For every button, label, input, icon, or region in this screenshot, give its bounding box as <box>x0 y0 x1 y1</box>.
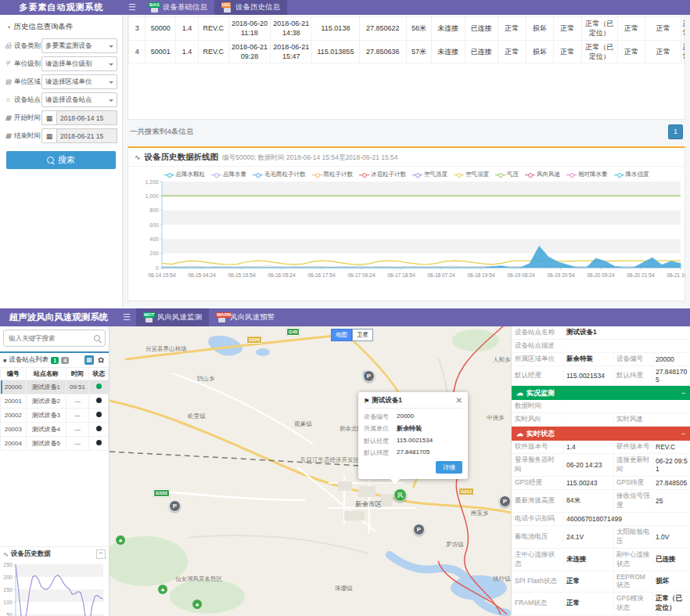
history-results-table-panel: 2500001.4REV.C2018-06-14 11:052018-06-14… <box>128 15 685 120</box>
tab-label: 设备历史信息 <box>235 2 280 13</box>
table-cell: 27.850636 <box>359 40 406 63</box>
station-row-20001[interactable]: 20001测试设备2--- <box>1 394 109 409</box>
legend-marker-icon <box>495 172 505 177</box>
sidebar-history-chart-panel: ∿ 设备历史数据 − 25020015010050 <box>0 546 109 616</box>
details-button[interactable]: 详情 <box>436 461 462 474</box>
table-cell: 损坏 <box>526 17 554 40</box>
legend-item[interactable]: 空气温度 <box>412 171 447 178</box>
station-cell: --- <box>66 437 89 451</box>
legend-item[interactable]: 降水强度 <box>614 171 649 178</box>
detail-row: 电话卡识别码460067018071499 <box>512 513 690 526</box>
select-设备类别[interactable]: 多要素监测设备 <box>41 38 117 53</box>
chart-legend: 总降水颗粒总降水量毛毛雨粒子计数雨粒子计数冰雹粒子计数空气温度空气湿度气压风向风… <box>128 167 685 178</box>
calendar-button[interactable]: ▦ <box>41 128 56 143</box>
station-search <box>3 330 106 347</box>
close-icon[interactable]: ✕ <box>456 398 462 404</box>
table-cell: 115.0138 <box>312 17 359 40</box>
station-cell: 20001 <box>1 394 27 409</box>
tab-mot[interactable]: MOT风向风速监测 <box>136 308 209 326</box>
table-cell: 正常（已定位） <box>581 17 617 40</box>
map-place-label: 南安乡 <box>471 510 489 517</box>
legend-item[interactable]: 相对降水量 <box>566 171 608 178</box>
legend-item[interactable]: 总降水颗粒 <box>164 171 206 178</box>
tab-his[interactable]: HIS设备历史信息 <box>214 0 287 15</box>
parking-marker-icon[interactable]: P <box>413 524 425 535</box>
legend-item[interactable]: 雨粒子计数 <box>312 171 354 178</box>
tab-bas[interactable]: BAS设备基础信息 <box>142 0 214 15</box>
sidebar-toggle-icon[interactable]: ☰ <box>123 0 142 15</box>
legend-item[interactable]: 毛毛雨粒子计数 <box>253 171 306 178</box>
cloud-icon: ☁ <box>516 430 523 438</box>
station-row-20002[interactable]: 20002测试设备3--- <box>1 409 109 423</box>
sidebar-toggle-icon[interactable]: ☰ <box>117 308 136 326</box>
table-cell: 正常 <box>554 40 582 63</box>
svg-text:150: 150 <box>3 587 13 593</box>
legend-item[interactable]: 总降水量 <box>211 171 246 178</box>
svg-text:200: 200 <box>149 250 159 256</box>
popup-row: 设备编号20000 <box>364 412 462 421</box>
column-header: 状态 <box>89 368 109 380</box>
svg-text:06-19 20:54: 06-19 20:54 <box>547 272 575 278</box>
chevron-down-icon <box>109 45 113 50</box>
calendar-button[interactable]: ▦ <box>41 110 56 125</box>
top-app-title: 多要素自动观测系统 <box>0 0 123 15</box>
table-cell: 正常 <box>617 17 645 40</box>
query-conditions-title: ◔ 历史信息查询条件 <box>6 22 116 32</box>
map-type-button-卫星[interactable]: 卫星 <box>352 329 373 341</box>
pagination-page-1[interactable]: 1 <box>668 124 683 139</box>
select-设备站点[interactable]: 请选择设备站点 <box>41 92 117 107</box>
station-row-20003[interactable]: 20003测试设备4--- <box>1 423 109 437</box>
map-place-label: 孔目江生态经济开发区 <box>300 456 359 464</box>
results-count-text: 一共搜索到4条信息 <box>130 127 193 137</box>
tab-warn[interactable]: WARN风向风速预警 <box>209 308 282 326</box>
svg-text:06-15 16:54: 06-15 16:54 <box>228 272 256 278</box>
list-view-icon[interactable]: ▦ <box>84 355 94 365</box>
legend-item[interactable]: 空气湿度 <box>454 171 489 178</box>
legend-item[interactable]: 冰雹粒子计数 <box>359 171 406 178</box>
popup-header: ⚑ 测试设备1 ✕ <box>364 396 462 409</box>
popup-title: 测试设备1 <box>372 396 402 405</box>
legend-marker-icon <box>312 172 322 177</box>
legend-item[interactable]: 风向风速 <box>525 171 560 178</box>
table-cell: 2018-06-21 15:47 <box>271 40 312 63</box>
road-shield: G533 <box>153 489 170 497</box>
map-canvas[interactable]: ♣ ♣ ♣ 地图卫星 分宜县界山林场人和乡鹄山乡欧里镇观巢镇界水乡中洲乡新余北站… <box>110 326 511 616</box>
detail-row: 最新海拔高度84米接收信号强度25 <box>512 490 690 513</box>
legend-item[interactable]: 气压 <box>495 171 519 178</box>
station-row-20004[interactable]: 20004测试设备5--- <box>1 437 109 451</box>
table-cell: 27.850622 <box>359 17 406 40</box>
tab-label: 风向风速预警 <box>230 312 275 322</box>
detail-row: FRAM状态正常GPS模块状态正常（已定位） <box>512 593 690 615</box>
select-单位区域[interactable]: 请选择区域单位 <box>41 74 117 89</box>
station-cell: 20000 <box>1 380 27 394</box>
station-row-20000[interactable]: 20000测试设备109:51 <box>1 380 109 394</box>
history-chart-panel: ∿ 设备历史数据折线图 编号50000; 数据时间 2018-06-14 15:… <box>128 146 685 301</box>
svg-text:06-18 19:54: 06-18 19:54 <box>467 272 495 278</box>
select-单位级别[interactable]: 请选择单位级别 <box>41 56 117 71</box>
search-button[interactable]: 搜索 <box>6 151 116 169</box>
search-input[interactable] <box>3 330 106 347</box>
parking-marker-icon[interactable]: P <box>499 495 511 507</box>
table-cell: 4 <box>129 40 146 63</box>
station-list-toolbar: ■ 设备站点列表 1 4 ▦ Ω <box>0 353 109 367</box>
top-app-main: 2500001.4REV.C2018-06-14 11:052018-06-14… <box>123 15 690 307</box>
history-chart-header: ∿ 设备历史数据折线图 编号50000; 数据时间 2018-06-14 15:… <box>128 148 685 167</box>
parking-marker-icon[interactable]: P <box>169 500 181 512</box>
parking-marker-icon[interactable]: P <box>363 370 375 382</box>
his-icon: HIS <box>221 2 233 13</box>
collapse-icon[interactable]: − <box>681 430 685 438</box>
bell-icon[interactable]: Ω <box>96 355 106 365</box>
table-cell: 正常（已定位） <box>581 40 617 63</box>
map-type-button-地图[interactable]: 地图 <box>331 329 352 341</box>
mot-icon: MOT <box>143 312 155 323</box>
collapse-icon[interactable]: − <box>96 549 106 559</box>
date-value-结束时间[interactable]: 2018-06-21 15 <box>56 128 117 143</box>
date-value-开始时间[interactable]: 2018-06-14 15 <box>56 110 117 125</box>
collapse-icon[interactable]: − <box>681 389 685 397</box>
field-label: ▦开始时间 <box>5 113 41 123</box>
station-marker-icon[interactable]: 风 <box>394 488 407 502</box>
line-chart-icon: ∿ <box>135 153 141 161</box>
legend-marker-icon <box>211 172 221 177</box>
station-table: 编号站点名称时间状态 20000测试设备109:5120001测试设备2---2… <box>0 367 109 451</box>
table-cell: 损坏 <box>526 40 554 63</box>
